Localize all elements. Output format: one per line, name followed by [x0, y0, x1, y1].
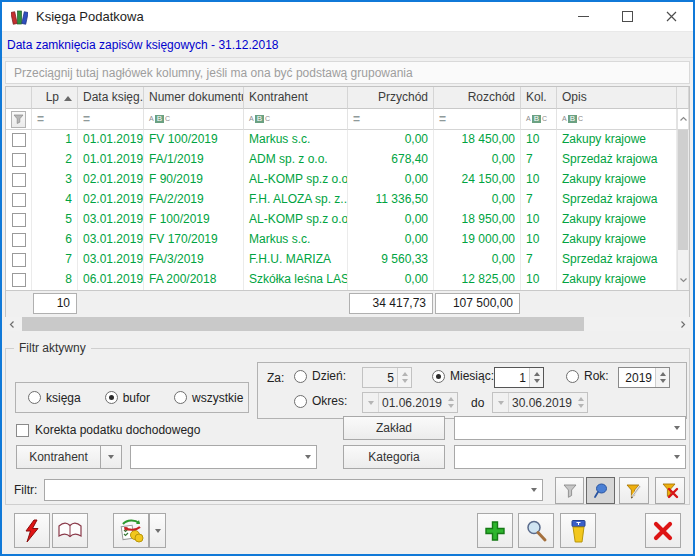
vscroll-thumb[interactable]	[677, 210, 689, 230]
add-button[interactable]	[477, 513, 513, 548]
spinner-arrows[interactable]	[445, 393, 457, 412]
filter-cell-data[interactable]: =	[78, 109, 144, 130]
table-row[interactable]: 4 02.01.2019 FA/2/2019 F.H. ALOZA sp. z.…	[6, 190, 689, 210]
hscroll-right-button[interactable]	[676, 317, 690, 331]
header-lp[interactable]: Lp	[32, 87, 78, 109]
table-row[interactable]: 1 01.01.2019 FV 100/2019 Markus s.c. 0,0…	[6, 130, 689, 150]
row-checkbox[interactable]	[12, 173, 26, 187]
header-kol[interactable]: Kol.	[521, 87, 557, 109]
korekta-checkbox-row[interactable]: Korekta podatku dochodowego	[16, 423, 200, 437]
close-window-button[interactable]	[645, 513, 681, 548]
kategoria-combobox[interactable]	[454, 445, 686, 469]
spinner-arrows[interactable]	[575, 393, 587, 412]
zaklad-combobox[interactable]	[454, 416, 686, 440]
hscroll-track[interactable]	[19, 317, 676, 331]
pin-filter-button[interactable]	[586, 477, 615, 504]
vscroll-track[interactable]	[677, 250, 689, 270]
cell-numer: F 90/2019	[144, 170, 244, 190]
horizontal-scrollbar[interactable]	[5, 317, 690, 331]
table-row[interactable]: 2 01.01.2019 FA/1/2019 ADM sp. z o.o. 67…	[6, 150, 689, 170]
table-row[interactable]: 8 06.01.2019 FA 200/2018 Szkółka leśna L…	[6, 270, 689, 290]
renumber-dropdown-button[interactable]	[149, 513, 166, 548]
minimize-button[interactable]	[561, 2, 605, 31]
row-checkbox[interactable]	[12, 193, 26, 207]
rok-spinner[interactable]: 2019	[618, 367, 670, 388]
edit-filter-button[interactable]	[619, 477, 649, 504]
radio-ksiega[interactable]: księga	[28, 391, 81, 405]
filter-cell-rozchod[interactable]: =	[434, 109, 521, 130]
table-row[interactable]: 5 03.01.2019 F 100/2019 AL-KOMP sp.z o.o…	[6, 210, 689, 230]
vscroll-thumb[interactable]	[677, 190, 689, 210]
dzien-spinner[interactable]: 5	[362, 367, 412, 388]
header-rozchod[interactable]: Rozchód	[434, 87, 521, 109]
filter-cell-kol[interactable]: ABC	[521, 109, 557, 130]
radio-rok[interactable]: Rok:	[566, 369, 609, 383]
header-kontrahent[interactable]: Kontrahent	[244, 87, 348, 109]
header-data[interactable]: Data księg...	[78, 87, 144, 109]
spinner-arrows[interactable]	[397, 368, 411, 387]
row-checkbox[interactable]	[12, 213, 26, 227]
ledger-button[interactable]	[52, 513, 88, 548]
radio-okres[interactable]: Okres:	[294, 394, 347, 408]
spinner-arrows[interactable]	[655, 368, 669, 387]
table-row[interactable]: 3 02.01.2019 F 90/2019 AL-KOMP sp.z o.o.…	[6, 170, 689, 190]
radio-miesiac[interactable]: Miesiąc:	[432, 369, 494, 383]
miesiac-spinner[interactable]: 1	[494, 367, 544, 388]
header-opis[interactable]: Opis	[557, 87, 677, 109]
table-row[interactable]: 6 03.01.2019 FV 170/2019 Markus s.c. 0,0…	[6, 230, 689, 250]
spinner-arrows[interactable]	[529, 368, 543, 387]
calendar-drop-icon[interactable]	[493, 393, 509, 412]
row-checkbox[interactable]	[12, 273, 26, 287]
vscroll-thumb[interactable]	[677, 170, 689, 190]
vscroll-thumb[interactable]	[677, 130, 689, 150]
header-przychod[interactable]: Przychód	[348, 87, 434, 109]
row-checkbox[interactable]	[12, 133, 26, 147]
table-row[interactable]: 7 03.01.2019 FA/3/2019 F.H.U. MARIZA 9 5…	[6, 250, 689, 270]
filtr-combobox[interactable]	[44, 479, 543, 501]
vscroll-thumb[interactable]	[677, 150, 689, 170]
cell-kontrahent: AL-KOMP sp.z o.o.	[244, 170, 348, 190]
filter-funnel-button[interactable]	[11, 111, 26, 128]
row-checkbox[interactable]	[12, 153, 26, 167]
group-by-bar[interactable]: Przeciągnij tutaj nagłówek kolumny, jeśl…	[5, 61, 690, 84]
row-checkbox[interactable]	[12, 233, 26, 247]
radio-dzien[interactable]: Dzień:	[294, 369, 346, 383]
filter-cell-select[interactable]	[6, 109, 32, 130]
renumber-button[interactable]	[113, 513, 149, 548]
radio-bufor[interactable]: bufor	[105, 391, 150, 405]
magnifier-icon	[524, 519, 548, 543]
filter-cell-kontrahent[interactable]: ABC	[244, 109, 348, 130]
kontrahent-button[interactable]: Kontrahent	[16, 445, 101, 469]
close-button[interactable]	[649, 2, 693, 31]
calendar-drop-icon[interactable]	[363, 393, 379, 412]
header-numer[interactable]: Numer dokumentu	[144, 87, 244, 109]
apply-filter-button[interactable]	[555, 477, 584, 504]
hscroll-left-button[interactable]	[5, 317, 19, 331]
cell-lp: 2	[32, 150, 78, 170]
book-all-button[interactable]	[14, 513, 50, 548]
view-button[interactable]	[518, 513, 554, 548]
vscroll-down-button[interactable]	[677, 270, 689, 290]
korekta-checkbox[interactable]	[16, 424, 29, 437]
radio-wszystkie[interactable]: wszystkie	[174, 391, 243, 405]
okres-from-datepicker[interactable]: 01.06.2019	[362, 392, 458, 413]
filter-cell-przychod[interactable]: =	[348, 109, 434, 130]
okres-to-datepicker[interactable]: 30.06.2019	[492, 392, 588, 413]
delete-button[interactable]	[560, 513, 596, 548]
kontrahent-dropdown-button[interactable]	[100, 445, 122, 469]
filter-cell-opis[interactable]: ABC	[557, 109, 677, 130]
vscroll-up-button[interactable]	[677, 109, 689, 130]
cell-kol: 10	[521, 170, 557, 190]
row-checkbox[interactable]	[12, 253, 26, 267]
cell-opis: Zakupy krajowe	[557, 130, 677, 150]
filter-cell-numer[interactable]: ABC	[144, 109, 244, 130]
filter-cell-lp[interactable]: =	[32, 109, 78, 130]
clear-filter-button[interactable]	[655, 477, 685, 504]
maximize-button[interactable]	[605, 2, 649, 31]
hscroll-thumb[interactable]	[22, 317, 584, 331]
kategoria-button[interactable]: Kategoria	[343, 445, 445, 469]
kontrahent-combobox[interactable]	[130, 445, 317, 469]
pushpin-icon	[592, 482, 609, 499]
vscroll-thumb[interactable]	[677, 230, 689, 250]
zaklad-button[interactable]: Zakład	[343, 416, 445, 440]
